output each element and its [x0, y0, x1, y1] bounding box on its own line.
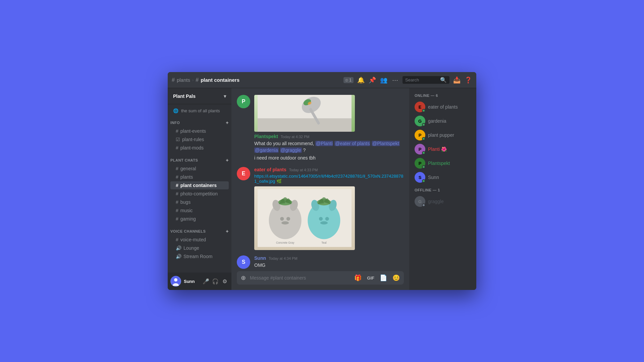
- thread-badge[interactable]: ⎅ 1: [343, 77, 354, 83]
- parent-channel[interactable]: plants: [177, 77, 190, 83]
- inbox-icon[interactable]: 📥: [453, 76, 461, 84]
- message-text: What do you all recommend, @Planti @eate…: [254, 140, 404, 154]
- member-name: plant pupper: [428, 132, 454, 138]
- svg-rect-5: [258, 118, 352, 132]
- server-name: Plant Pals: [173, 94, 196, 99]
- gif-icon[interactable]: GIF: [366, 273, 376, 283]
- mention-eater[interactable]: @eater of plants: [334, 141, 370, 146]
- mention-plantspekt[interactable]: @Plantspekt: [372, 141, 400, 146]
- member-name: Plantspekt: [428, 161, 450, 166]
- server-desc-text: the sum of all plants: [181, 108, 220, 113]
- more-icon[interactable]: ⋯: [391, 76, 399, 84]
- messages-container: P: [231, 88, 409, 271]
- channel-music[interactable]: # music: [170, 206, 229, 215]
- channel-name-text: Stream Room: [183, 254, 212, 259]
- user-controls: 🎤 🎧 ⚙: [202, 277, 229, 285]
- channel-name-text: plant-rules: [182, 137, 204, 142]
- thread-count: 1: [349, 78, 352, 82]
- channel-plant-rules[interactable]: ☑ plant-rules: [170, 135, 229, 143]
- section-info-label: INFO: [170, 121, 180, 125]
- help-icon[interactable]: ❓: [464, 76, 472, 84]
- add-channel-icon[interactable]: +: [226, 120, 229, 125]
- status-indicator: [422, 109, 425, 112]
- section-voice-channels[interactable]: VOICE CHANNELS +: [168, 223, 231, 235]
- add-channel-icon-2[interactable]: +: [226, 158, 229, 163]
- channel-plant-events[interactable]: # plant-events: [170, 127, 229, 135]
- search-input[interactable]: [405, 77, 438, 82]
- channel-lounge[interactable]: 🔊 Lounge: [170, 244, 229, 252]
- app-window: # plants › # plant containers ⎅ 1 🔔 📌 👥 …: [168, 72, 476, 290]
- breadcrumb-separator: ›: [192, 77, 194, 82]
- channel-name-text: photo-competition: [180, 191, 218, 196]
- status-indicator: [422, 151, 425, 155]
- table-row: E eater of plants Today at 4:33 PM https…: [231, 166, 409, 251]
- image-spoon-bg: [254, 95, 355, 132]
- channel-stream-room[interactable]: 🔊 Stream Room: [170, 252, 229, 260]
- hash-icon: #: [176, 145, 178, 150]
- channel-plant-containers[interactable]: # plant containers: [170, 181, 229, 189]
- mention-graggle[interactable]: @graggle: [280, 147, 302, 153]
- mention-planti[interactable]: @Planti: [315, 141, 333, 146]
- settings-icon[interactable]: ⚙: [221, 277, 229, 285]
- channel-name-text: general: [180, 166, 196, 171]
- list-item[interactable]: E eater of plants: [412, 100, 474, 114]
- pots-svg: Concrete Gray: [258, 187, 352, 249]
- list-item[interactable]: G gardenia: [412, 114, 474, 128]
- status-indicator: [422, 123, 425, 126]
- server-description[interactable]: 🌐 the sum of all plants: [168, 107, 231, 115]
- members-icon[interactable]: 👥: [380, 76, 388, 84]
- add-icon[interactable]: ⊕: [239, 272, 247, 284]
- section-voice-label: VOICE CHANNELS: [170, 229, 206, 233]
- channel-gaming[interactable]: # gaming: [170, 215, 229, 223]
- spoon-image-svg: [258, 95, 352, 132]
- list-item[interactable]: P Plantspekt: [412, 157, 474, 170]
- message-timestamp: Today at 4:32 PM: [281, 135, 310, 139]
- member-name: eater of plants: [428, 104, 458, 110]
- channel-general[interactable]: # general: [170, 165, 229, 173]
- add-voice-icon[interactable]: +: [226, 229, 229, 234]
- channel-plant-mods[interactable]: # plant-mods: [170, 144, 229, 152]
- list-item[interactable]: G graggle: [412, 195, 474, 208]
- channel-header: # plants › # plant containers ⎅ 1 🔔 📌 👥 …: [168, 72, 476, 88]
- main-area: Plant Pals ▾ 🌐 the sum of all plants INF…: [168, 88, 476, 290]
- channel-plants[interactable]: # plants: [170, 173, 229, 181]
- message-timestamp: Today at 4:33 PM: [289, 168, 318, 172]
- search-box[interactable]: 🔍: [402, 76, 449, 84]
- status-indicator: [422, 179, 425, 183]
- message-header: Plantspekt Today at 4:32 PM: [254, 134, 404, 139]
- channel-bugs[interactable]: # bugs: [170, 198, 229, 206]
- sidebar-content: 🌐 the sum of all plants INFO + # plant-e…: [168, 104, 231, 273]
- breadcrumb: # plants › # plant containers: [172, 77, 239, 83]
- pots-bg: Concrete Gray: [254, 186, 355, 250]
- speaker-icon: 🔊: [176, 245, 181, 251]
- sticker-icon[interactable]: 📄: [378, 272, 388, 284]
- channel-photo-competition[interactable]: # photo-competition: [170, 190, 229, 198]
- channel-name-text: plant-mods: [180, 145, 204, 150]
- message-username[interactable]: eater of plants: [254, 167, 286, 172]
- hash-icon: #: [176, 191, 178, 196]
- bell-icon[interactable]: 🔔: [357, 76, 365, 84]
- message-input-area: ⊕ 🎁 GIF 📄 😊: [231, 271, 409, 290]
- mic-icon[interactable]: 🎤: [202, 277, 210, 285]
- list-item[interactable]: P Planti 🌺: [412, 142, 474, 156]
- message-username[interactable]: Sunn: [254, 255, 266, 261]
- gift-icon[interactable]: 🎁: [353, 272, 363, 284]
- message-username[interactable]: Plantspekt: [254, 134, 278, 139]
- section-info[interactable]: INFO +: [168, 115, 231, 127]
- svg-point-23: [325, 217, 329, 221]
- section-plant-chats[interactable]: PLANT CHATS +: [168, 152, 231, 164]
- offline-section-label: OFFLINE — 1: [412, 188, 474, 192]
- channel-voice-muted[interactable]: # voice-muted: [170, 236, 229, 244]
- list-item[interactable]: S Sunn: [412, 171, 474, 184]
- channel-name-text: plant containers: [180, 183, 217, 188]
- mention-gardenia[interactable]: @gardenia: [254, 147, 279, 153]
- list-item[interactable]: P plant pupper: [412, 128, 474, 142]
- message-link[interactable]: https://i.etsystatic.com/14647005/r/il/f…: [254, 174, 404, 184]
- server-header[interactable]: Plant Pals ▾: [168, 88, 231, 104]
- headphone-icon[interactable]: 🎧: [211, 277, 219, 285]
- hash-icon: #: [176, 166, 178, 171]
- current-user-avatar[interactable]: [170, 276, 181, 287]
- pin-icon[interactable]: 📌: [368, 76, 376, 84]
- emoji-icon[interactable]: 😊: [391, 272, 401, 284]
- message-input[interactable]: [250, 271, 350, 285]
